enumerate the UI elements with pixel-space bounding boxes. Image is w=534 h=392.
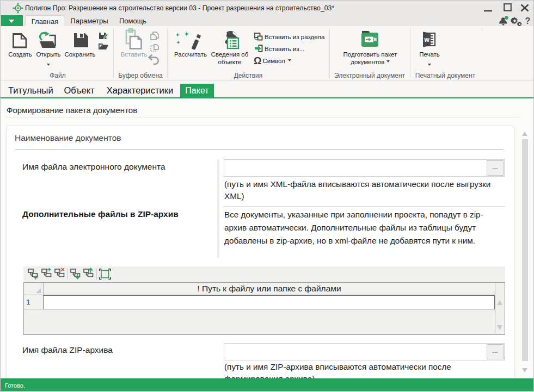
- svg-text:w: w: [424, 36, 430, 43]
- svg-text:?: ?: [525, 16, 531, 26]
